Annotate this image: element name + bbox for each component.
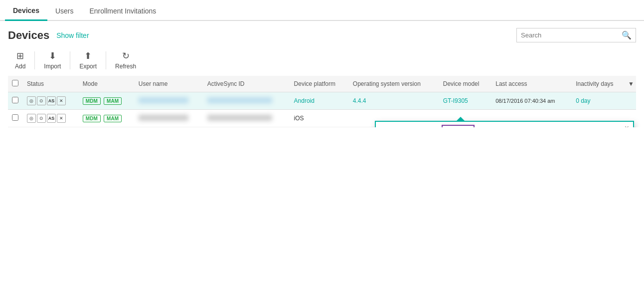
page-header: Devices Show filter 🔍 [0,21,644,46]
col-header-status: Status [23,76,79,92]
toolbar: ⊞ Add ⬇ Import ⬆ Export ↻ Refresh [0,46,644,76]
tab-devices[interactable]: Devices [5,1,47,21]
row2-platform: iOS [290,110,349,127]
row1-os: 4.4.4 [349,92,439,110]
table-container: Status Mode User name ActiveSync ID Devi… [0,76,644,127]
export-button[interactable]: ⬆ Export [72,48,104,72]
status-icon-1: ◎ [27,96,36,105]
export-icon: ⬆ [84,50,92,61]
status-icon-3: AS [47,114,56,123]
row1-activesync [203,92,290,110]
mdm-badge-2: MDM [83,115,101,122]
add-button[interactable]: ⊞ Add [8,48,32,72]
row1-model: GT-I9305 [439,92,492,110]
notify-tool-button[interactable]: ⊙ Notify [477,126,506,127]
refresh-button[interactable]: ↻ Refresh [108,48,143,72]
status-icon-4: ✕ [57,96,66,105]
search-icon: 🔍 [622,30,632,40]
mam-badge-2: MAM [104,115,122,122]
add-icon: ⊞ [16,50,24,61]
col-header-platform: Device platform [290,76,349,92]
row2-checkbox[interactable] [12,114,18,121]
search-box: 🔍 [516,28,636,42]
status-icon-2: ⊙ [37,114,46,123]
row1-checkbox[interactable] [12,97,18,103]
col-header-activesync: ActiveSync ID [203,76,290,92]
col-header-username: User name [135,76,203,92]
select-all-checkbox[interactable] [12,80,18,86]
col-header-os: Operating system version [349,76,439,92]
import-button[interactable]: ⬇ Import [37,48,68,72]
row2-activesync [203,110,290,127]
toolbar-sep-3 [106,51,106,69]
row2-mode: MDM MAM [79,110,135,127]
page-title: Devices [8,29,49,42]
toolbar-sep-1 [34,51,35,69]
table-row[interactable]: ◎ ⊙ AS ✕ MDM MAM Android 4.4.4 [8,92,636,110]
col-header-model: Device model [439,76,492,92]
status-icon-4: ✕ [57,114,66,123]
status-icon-1: ◎ [27,114,36,123]
row1-mode: MDM MAM [79,92,135,110]
mam-badge: MAM [104,97,122,105]
row1-username [135,92,203,110]
popup-connector [456,117,466,122]
row2-username [135,110,203,127]
mdm-badge: MDM [83,97,101,105]
edit-tool-button[interactable]: ✏ Edit [380,126,404,127]
column-expand-icon[interactable]: ▼ [628,80,634,87]
col-header-last-access: Last access [491,76,572,92]
row1-checkbox-cell [8,92,23,110]
refresh-icon: ↻ [122,50,130,61]
tab-enrollment-invitations[interactable]: Enrollment Invitations [82,2,164,20]
show-filter-link[interactable]: Show filter [56,31,89,39]
col-header-inactivity: Inactivity days [572,76,626,92]
toolbar-sep-2 [70,51,70,69]
popup-panel: × ✏ Edit ⇄ Deploy 🔒 Secure ⊙ Notify [375,121,634,127]
search-input[interactable] [521,31,622,39]
delete-tool-button[interactable]: 🗑 Delete [509,126,540,128]
status-icon-2: ⊙ [37,96,46,105]
row1-last-access: 08/17/2016 07:40:34 am [491,92,572,110]
row1-platform: Android [290,92,349,110]
status-icon-3: AS [47,96,56,105]
popup-toolbar: ✏ Edit ⇄ Deploy 🔒 Secure ⊙ Notify 🗑 Dele… [376,122,633,127]
col-header-expand: ▼ [626,76,636,92]
import-icon: ⬇ [49,50,56,61]
row1-expand [626,92,636,110]
col-header-checkbox [8,76,23,92]
row2-checkbox-cell [8,110,23,127]
secure-tool-button[interactable]: 🔒 Secure [442,125,475,127]
row2-status: ◎ ⊙ AS ✕ [23,110,79,127]
row1-status: ◎ ⊙ AS ✕ [23,92,79,110]
popup-close-button[interactable]: × [625,124,629,127]
top-nav: Devices Users Enrollment Invitations [0,0,644,21]
tab-users[interactable]: Users [47,2,82,20]
deploy-tool-button[interactable]: ⇄ Deploy [407,126,439,127]
row1-inactivity: 0 day [572,92,626,110]
col-header-mode: Mode [79,76,135,92]
